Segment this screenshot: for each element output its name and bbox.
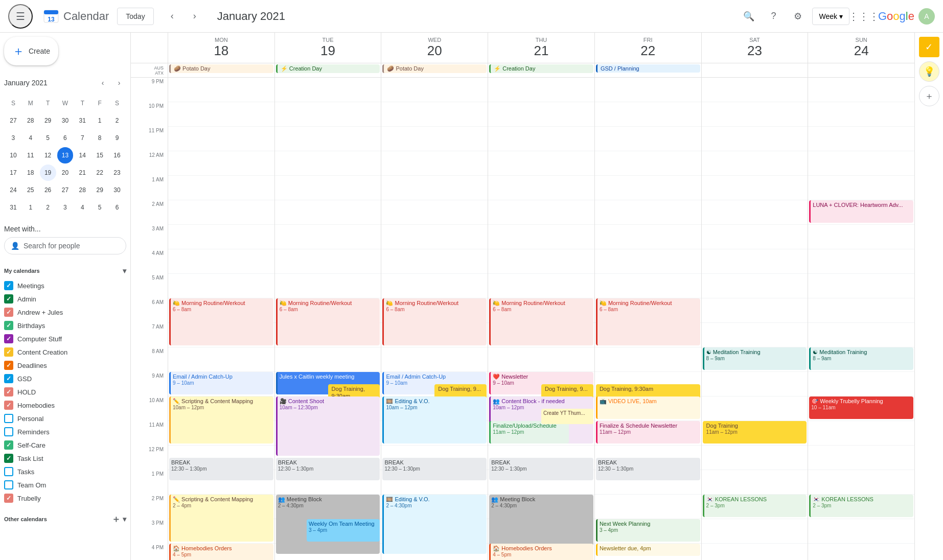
- potato-day-wed[interactable]: 🥔 Potato Day: [382, 64, 487, 73]
- mini-day-cell[interactable]: 30: [57, 112, 74, 129]
- mini-day-cell[interactable]: 27: [5, 112, 21, 129]
- mini-day-cell[interactable]: 30: [109, 182, 125, 198]
- mini-day-cell[interactable]: 6: [109, 199, 125, 216]
- mini-day-cell[interactable]: 18: [22, 165, 39, 181]
- mini-day-cell[interactable]: 28: [22, 112, 39, 129]
- morning-tue[interactable]: 🍋 Morning Routine/Werkout 6 – 8am: [276, 298, 380, 345]
- scripting2-mon[interactable]: ✏️ Scripting & Content Mapping 2 – 4pm: [169, 495, 273, 542]
- menu-button[interactable]: ☰: [8, 4, 33, 29]
- mini-day-cell[interactable]: 25: [22, 182, 39, 198]
- mini-day-cell[interactable]: 28: [74, 182, 90, 198]
- mini-day-cell[interactable]: 4: [22, 130, 39, 146]
- potato-day-mon[interactable]: 🥔 Potato Day: [169, 64, 273, 73]
- mini-day-cell[interactable]: 3: [57, 199, 74, 216]
- email-admin-mon[interactable]: Email / Admin Catch-Up 9 – 10am: [169, 372, 273, 394]
- break-tue[interactable]: BREAK 12:30 – 1:30pm: [276, 458, 380, 480]
- user-avatar[interactable]: A: [918, 8, 935, 25]
- cal-item-team-om[interactable]: Team Om: [4, 478, 126, 492]
- finalize-thu[interactable]: Finalize/Upload/Schedule 11am – 12pm: [489, 421, 569, 444]
- mini-day-cell[interactable]: 29: [40, 112, 56, 129]
- finalize-newsletter-fri[interactable]: Finalize & Schedule Newsletter 11am – 12…: [596, 421, 700, 444]
- cal-item-personal[interactable]: Personal: [4, 412, 126, 425]
- cal-item-andrew-jules[interactable]: ✓ Andrew + Jules: [4, 306, 126, 319]
- mini-day-cell[interactable]: 7: [74, 130, 90, 146]
- mini-day-cell[interactable]: 21: [74, 165, 90, 181]
- mini-day-cell[interactable]: 24: [5, 182, 21, 198]
- create-yt-thu[interactable]: Create YT Thum...: [541, 409, 593, 424]
- scripting-mon[interactable]: ✏️ Scripting & Content Mapping 10am – 12…: [169, 396, 273, 444]
- cal-item-self-care[interactable]: ✓ Self-Care: [4, 438, 126, 452]
- cal-item-deadlines[interactable]: ✓ Deadlines: [4, 359, 126, 372]
- task-icon[interactable]: ✓: [919, 37, 939, 57]
- mini-day-cell[interactable]: 27: [57, 182, 74, 198]
- mini-prev-button[interactable]: ‹: [96, 76, 110, 90]
- mini-day-cell[interactable]: 22: [91, 165, 108, 181]
- break-wed[interactable]: BREAK 12:30 – 1:30pm: [382, 458, 487, 480]
- newsletter-due-fri[interactable]: Newsletter due, 4pm: [596, 544, 700, 556]
- mini-day-cell[interactable]: 14: [74, 147, 90, 164]
- weekly-om-tue[interactable]: Weekly Om Team Meeting 3 – 4pm: [307, 519, 380, 542]
- meditation-sun[interactable]: ☯ Meditation Training 8 – 9am: [809, 347, 913, 370]
- cal-item-tasks[interactable]: Tasks: [4, 465, 126, 478]
- create-button[interactable]: ＋ Create: [4, 37, 58, 65]
- mini-day-cell[interactable]: 1: [22, 199, 39, 216]
- mini-day-cell[interactable]: 10: [5, 147, 21, 164]
- mini-day-cell[interactable]: 1: [91, 112, 108, 129]
- mini-day-cell[interactable]: 23: [109, 165, 125, 181]
- add-calendar-icon[interactable]: ＋: [111, 513, 121, 525]
- add-rail-button[interactable]: ＋: [919, 86, 939, 106]
- mini-day-cell[interactable]: 15: [91, 147, 108, 164]
- mini-day-cell[interactable]: 6: [57, 130, 74, 146]
- dog-training-sat[interactable]: Dog Training 11am – 12pm: [703, 421, 807, 444]
- search-button[interactable]: 🔍: [739, 6, 759, 27]
- cal-item-content-creation[interactable]: ✓ Content Creation: [4, 345, 126, 359]
- cal-item-trubelly[interactable]: ✓ Trubelly: [4, 492, 126, 505]
- homebodies-thu[interactable]: 🏠 Homebodies Orders 4 – 5pm: [489, 544, 593, 560]
- my-calendars-collapse-icon[interactable]: ▾: [123, 267, 126, 275]
- mini-day-cell[interactable]: 26: [40, 182, 56, 198]
- mini-day-cell[interactable]: 4: [74, 199, 90, 216]
- homebodies-mon[interactable]: 🏠 Homebodies Orders 4 – 5pm: [169, 544, 273, 560]
- mini-day-cell[interactable]: 8: [91, 130, 108, 146]
- mini-next-button[interactable]: ›: [112, 76, 126, 90]
- mini-day-cell[interactable]: 31: [5, 199, 21, 216]
- next-period-button[interactable]: ›: [185, 6, 205, 27]
- settings-button[interactable]: ⚙: [788, 6, 808, 27]
- today-button[interactable]: Today: [117, 8, 153, 25]
- mini-day-cell[interactable]: 16: [109, 147, 125, 164]
- editing2-wed[interactable]: 🎞️ Editing & V.O. 2 – 4:30pm: [382, 495, 487, 554]
- break-thu[interactable]: BREAK 12:30 – 1:30pm: [489, 458, 593, 480]
- cal-item-reminders[interactable]: Reminders: [4, 425, 126, 438]
- search-people-input[interactable]: 👤 Search for people: [4, 237, 126, 254]
- mini-day-cell[interactable]: 5: [91, 199, 108, 216]
- korean-sun[interactable]: 🇰🇷 KOREAN LESSONS 2 – 3pm: [809, 495, 913, 517]
- mini-day-cell[interactable]: 29: [91, 182, 108, 198]
- cal-item-admin[interactable]: ✓ Admin: [4, 292, 126, 306]
- apps-button[interactable]: ⋮⋮⋮: [854, 6, 874, 27]
- editing-wed[interactable]: 🎞️ Editing & V.O. 10am – 12pm: [382, 396, 487, 444]
- mini-day-cell[interactable]: 12: [40, 147, 56, 164]
- cal-item-gsd[interactable]: ✓ GSD: [4, 372, 126, 385]
- morning-wed[interactable]: 🍋 Morning Routine/Werkout 6 – 8am: [382, 298, 487, 345]
- other-calendars-collapse-icon[interactable]: ▾: [123, 515, 126, 523]
- help-button[interactable]: ?: [763, 6, 784, 27]
- luna-sun[interactable]: LUNA + CLOVER: Heartworm Adv...: [809, 200, 913, 223]
- mini-day-cell[interactable]: 9: [109, 130, 125, 146]
- break-mon[interactable]: BREAK 12:30 – 1:30pm: [169, 458, 273, 480]
- creation-day-thu[interactable]: ⚡ Creation Day: [489, 64, 593, 73]
- mini-day-cell[interactable]: 31: [74, 112, 90, 129]
- grid-scroll[interactable]: 9 PM 10 PM 11 PM 12 AM 1 AM 2 AM 3 AM 4 …: [131, 78, 914, 560]
- cal-item-computer-stuff[interactable]: ✓ Computer Stuff: [4, 332, 126, 345]
- morning-thu[interactable]: 🍋 Morning Routine/Werkout 6 – 8am: [489, 298, 593, 345]
- korean-sat[interactable]: 🇰🇷 KOREAN LESSONS 2 – 3pm: [703, 495, 807, 517]
- break-fri[interactable]: BREAK 12:30 – 1:30pm: [596, 458, 700, 480]
- video-live-fri[interactable]: 📺 VIDEO LIVE, 10am: [596, 396, 700, 419]
- prev-period-button[interactable]: ‹: [162, 6, 182, 27]
- mini-day-cell[interactable]: 2: [109, 112, 125, 129]
- cal-item-homebodies[interactable]: ✓ Homebodies: [4, 399, 126, 412]
- gsd-planning-fri[interactable]: GSD / Planning: [596, 64, 700, 73]
- keep-icon[interactable]: 💡: [919, 61, 939, 82]
- view-selector[interactable]: Week ▾: [812, 8, 849, 25]
- content-shoot-tue[interactable]: 🎥 Content Shoot 10am – 12:30pm: [276, 396, 380, 456]
- mini-day-cell[interactable]: 3: [5, 130, 21, 146]
